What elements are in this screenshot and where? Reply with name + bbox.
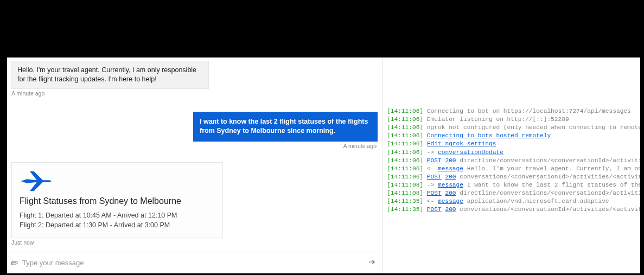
adaptive-card[interactable]: Flight Statuses from Sydney to Melbourne… xyxy=(11,162,223,238)
log-link[interactable]: Connecting to bots hosted remotely xyxy=(427,132,551,139)
log-line: [14:11:06] Edit ngrok settings xyxy=(387,140,636,148)
log-line: [14:11:06] POST 200 directline/conversat… xyxy=(387,157,636,165)
log-link[interactable]: POST xyxy=(427,174,442,180)
user-message-row: I want to know the last 2 flight statuse… xyxy=(11,112,378,142)
log-line: [14:11:08] -> message I want to know the… xyxy=(387,181,636,189)
message-input[interactable] xyxy=(22,259,362,267)
log-link[interactable]: POST xyxy=(427,157,442,164)
log-timestamp: [14:11:08] xyxy=(387,190,423,196)
log-text: Hello. I'm your travel agent. Currently,… xyxy=(463,165,640,172)
log-text: conversations/<conversationId>/activitie… xyxy=(456,174,640,180)
card-timestamp: Just now xyxy=(11,239,378,246)
log-line: [14:11:06] -> conversationUpdate xyxy=(387,149,636,157)
log-line: [14:11:06] Connecting to bots hosted rem… xyxy=(387,132,636,140)
log-link[interactable]: POST xyxy=(427,206,442,213)
user-message[interactable]: I want to know the last 2 flight statuse… xyxy=(193,112,378,142)
log-link[interactable]: message xyxy=(438,165,463,172)
chat-panel: Hello. I'm your travel agent. Currently,… xyxy=(7,57,382,273)
log-timestamp: [14:11:08] xyxy=(387,182,423,188)
log-text: application/vnd.microsoft.card.adaptive xyxy=(463,198,609,204)
log-text: conversations/<conversationId>/activitie… xyxy=(456,206,640,213)
log-text: -> xyxy=(427,182,438,188)
card-flight-2: Flight 2: Departed at 1:30 PM - Arrived … xyxy=(20,220,215,230)
log-timestamp: [14:11:06] xyxy=(387,132,423,139)
user-message-timestamp: A minute ago xyxy=(11,143,377,149)
log-link[interactable]: Edit ngrok settings xyxy=(427,140,496,147)
log-link[interactable]: POST xyxy=(427,190,442,196)
log-text: directline/conversations/<conversationId… xyxy=(456,190,640,196)
log-timestamp: [14:11:06] xyxy=(387,124,423,131)
log-text: <- xyxy=(427,198,438,204)
log-timestamp: [14:11:35] xyxy=(387,198,423,204)
log-line: [14:11:35] POST 200 conversations/<conve… xyxy=(387,206,636,214)
log-text: Connecting to bot on https://localhost:7… xyxy=(427,108,631,114)
log-timestamp: [14:11:06] xyxy=(387,165,423,172)
log-text: -> xyxy=(427,149,438,156)
log-line: [14:11:35] <- message application/vnd.mi… xyxy=(387,197,636,206)
attachment-icon[interactable] xyxy=(7,257,20,270)
emulator-window: Hello. I'm your travel agent. Currently,… xyxy=(7,57,640,273)
log-text: I want to know the last 2 flight statuse… xyxy=(463,182,640,188)
log-line: [14:11:06] <- message Hello. I'm your tr… xyxy=(387,165,636,173)
card-title: Flight Statuses from Sydney to Melbourne xyxy=(20,196,215,206)
message-input-bar xyxy=(7,252,382,273)
log-timestamp: [14:11:35] xyxy=(387,206,423,213)
log-text: <- xyxy=(427,165,438,172)
chat-transcript: Hello. I'm your travel agent. Currently,… xyxy=(7,57,382,252)
log-link[interactable]: 200 xyxy=(445,206,456,213)
log-line: [14:11:06] POST 200 conversations/<conve… xyxy=(387,173,636,181)
log-link[interactable]: conversationUpdate xyxy=(438,149,503,156)
log-link[interactable]: message xyxy=(438,182,463,188)
log-timestamp: [14:11:06] xyxy=(387,157,423,164)
log-panel[interactable]: [14:11:06] Connecting to bot on https://… xyxy=(382,57,640,273)
log-timestamp: [14:11:06] xyxy=(387,140,423,147)
log-timestamp: [14:11:06] xyxy=(387,174,423,180)
log-link[interactable]: 200 xyxy=(445,157,456,164)
send-icon[interactable] xyxy=(367,258,377,268)
log-line: [14:11:06] Connecting to bot on https://… xyxy=(387,107,636,116)
bot-message-timestamp: A minute ago xyxy=(11,90,378,97)
log-line: [14:11:06] Emulator listening on http://… xyxy=(387,116,636,124)
log-line: [14:11:06] ngrok not configured (only ne… xyxy=(387,124,636,132)
log-timestamp: [14:11:06] xyxy=(387,116,423,123)
log-link[interactable]: message xyxy=(438,198,463,204)
card-flight-1: Flight 1: Departed at 10:45 AM - Arrived… xyxy=(20,210,215,220)
bot-message[interactable]: Hello. I'm your travel agent. Currently,… xyxy=(11,61,209,89)
log-text: ngrok not configured (only needed when c… xyxy=(427,124,640,131)
log-timestamp: [14:11:06] xyxy=(387,149,423,156)
log-timestamp: [14:11:06] xyxy=(387,108,423,114)
log-link[interactable]: 200 xyxy=(445,174,456,180)
log-text: directline/conversations/<conversationId… xyxy=(456,157,640,164)
log-link[interactable]: 200 xyxy=(445,190,456,196)
airplane-icon xyxy=(20,169,52,193)
log-text: Emulator listening on http://[::]:52289 xyxy=(427,116,569,123)
log-line: [14:11:08] POST 200 directline/conversat… xyxy=(387,189,636,197)
